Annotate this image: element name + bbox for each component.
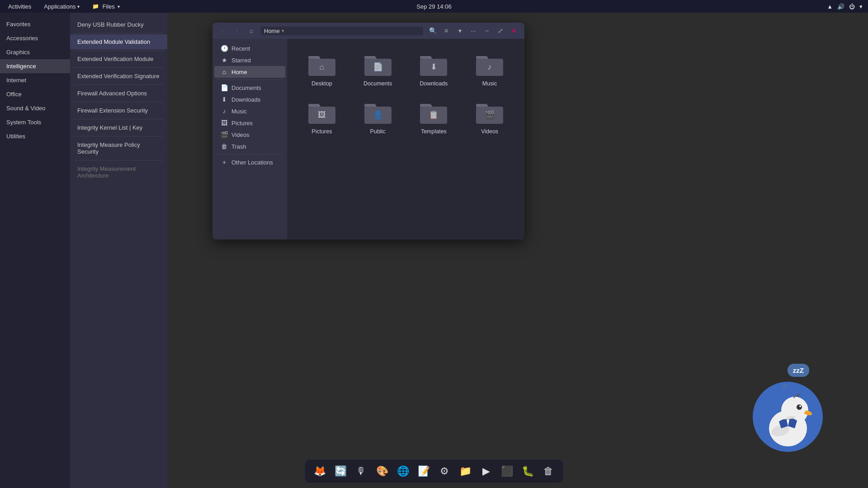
app-item-3[interactable]: Extended Verification Signature (70, 69, 167, 84)
category-item-utilities[interactable]: Utilities (0, 129, 70, 143)
fm-actions: 🔍 ≡ ▾ ··· − ⤢ ✕ (427, 25, 520, 37)
category-item-intelligence[interactable]: Intelligence (0, 59, 70, 73)
sidebar-icon-3: 📄 (221, 84, 228, 91)
breadcrumb: Home ▾ (260, 27, 423, 35)
taskbar-icon-notes[interactable]: 📝 (414, 462, 433, 481)
wifi-icon[interactable]: ▲ (827, 3, 833, 10)
svg-text:⌂: ⌂ (319, 62, 324, 71)
category-item-accessories[interactable]: Accessories (0, 31, 70, 45)
sidebar-item-pictures[interactable]: 🖼Pictures (214, 117, 285, 129)
search-button[interactable]: 🔍 (427, 25, 439, 37)
sidebar-item-recent[interactable]: 🕐Recent (214, 42, 285, 54)
svg-point-18 (797, 404, 802, 410)
close-button[interactable]: ✕ (508, 25, 520, 37)
sidebar-item-starred[interactable]: ★Starred (214, 54, 285, 66)
apps-divider-6 (74, 136, 164, 136)
fm-content: 🕐Recent★Starred⌂Home📄Documents⬇Downloads… (212, 39, 524, 239)
category-item-graphics[interactable]: Graphics (0, 45, 70, 59)
app-item-2[interactable]: Extended Verification Module (70, 52, 167, 66)
sidebar-item-home[interactable]: ⌂Home (214, 66, 285, 78)
apps-divider-7 (74, 160, 164, 160)
sidebar-label-9: Other Locations (231, 159, 273, 166)
more-options-button[interactable]: ··· (467, 25, 479, 37)
sidebar-icon-9: + (221, 159, 228, 166)
sidebar-icon-5: ♪ (221, 108, 228, 115)
folder-downloads[interactable]: ⬇Downloads (408, 48, 460, 91)
taskbar-icon-files[interactable]: 📁 (456, 462, 475, 481)
svg-text:📄: 📄 (373, 62, 383, 72)
app-item-4[interactable]: Firewall Advanced Options (70, 86, 167, 101)
folder-icon-templates: 📋 (419, 100, 448, 126)
sidebar-item-music[interactable]: ♪Music (214, 105, 285, 117)
view-list-button[interactable]: ≡ (440, 25, 452, 37)
taskbar-icon-terminal[interactable]: ⬛ (497, 462, 516, 481)
power-icon[interactable]: ⏻ (849, 3, 855, 10)
minimize-button[interactable]: − (481, 25, 493, 37)
files-chevron: ▾ (118, 4, 120, 9)
folder-music[interactable]: ♪Music (464, 48, 515, 91)
app-item-6[interactable]: Integrity Kernel List | Key (70, 120, 167, 135)
app-item-8[interactable]: Integrity Measurement Architecture (70, 161, 167, 183)
sidebar-icon-2: ⌂ (221, 68, 228, 75)
sidebar-item-other-locations[interactable]: +Other Locations (214, 156, 285, 168)
taskbar-icon-settings2[interactable]: ⚙ (435, 462, 454, 481)
folder-public[interactable]: 👤Public (352, 96, 404, 139)
apps-divider-1 (74, 50, 164, 51)
taskbar-icon-paint[interactable]: 🎨 (373, 462, 392, 481)
folder-documents[interactable]: 📄Documents (352, 48, 404, 91)
folder-icon-documents: 📄 (363, 52, 392, 78)
maximize-button[interactable]: ⤢ (495, 25, 506, 37)
sidebar-label-3: Documents (231, 84, 261, 91)
sidebar-item-trash[interactable]: 🗑Trash (214, 141, 285, 152)
view-options-button[interactable]: ▾ (454, 25, 466, 37)
app-item-0[interactable]: Deny USB Rubber Ducky (70, 17, 167, 32)
folder-templates[interactable]: 📋Templates (408, 96, 460, 139)
sidebar-label-8: Trash (231, 143, 246, 150)
category-item-internet[interactable]: Internet (0, 73, 70, 87)
chevron-down-icon[interactable]: ▾ (859, 3, 863, 10)
folder-pictures[interactable]: 🖼Pictures (296, 96, 348, 139)
category-item-system_tools[interactable]: System Tools (0, 115, 70, 129)
taskbar-icon-play[interactable]: ▶ (476, 462, 495, 481)
home-button[interactable]: ⌂ (246, 25, 257, 36)
category-item-sound_video[interactable]: Sound & Video (0, 101, 70, 115)
taskbar-icon-browser[interactable]: 🌐 (393, 462, 412, 481)
taskbar-icon-firefox[interactable]: 🦊 (310, 462, 329, 481)
svg-text:📋: 📋 (429, 110, 439, 120)
taskbar-icon-podcast[interactable]: 🎙 (352, 462, 371, 481)
folder-videos[interactable]: 🎬Videos (464, 96, 515, 139)
sidebar-icon-6: 🖼 (221, 119, 228, 127)
app-item-1[interactable]: Extended Module Validation (70, 34, 167, 49)
svg-point-19 (799, 405, 801, 407)
applications-chevron: ▾ (77, 4, 80, 9)
category-item-office[interactable]: Office (0, 87, 70, 101)
applications-menu[interactable]: Applications ▾ (41, 2, 82, 11)
category-item-favorites[interactable]: Favorites (0, 17, 70, 31)
apps-list: Deny USB Rubber DuckyExtended Module Val… (70, 13, 167, 488)
app-item-5[interactable]: Firewall Extension Security (70, 103, 167, 118)
taskbar-icon-bugs[interactable]: 🐛 (518, 462, 537, 481)
sidebar-label-4: Downloads (231, 96, 260, 103)
fm-sidebar: 🕐Recent★Starred⌂Home📄Documents⬇Downloads… (212, 39, 287, 239)
folder-icon-pictures: 🖼 (307, 100, 336, 126)
activities-button[interactable]: Activities (5, 2, 34, 11)
folder-desktop[interactable]: ⌂Desktop (296, 48, 348, 91)
back-button[interactable]: ‹ (217, 25, 228, 36)
apps-divider-5 (74, 119, 164, 119)
sidebar-item-documents[interactable]: 📄Documents (214, 82, 285, 94)
files-label: Files (102, 3, 114, 10)
svg-text:⬇: ⬇ (430, 62, 437, 71)
apps-divider-4 (74, 102, 164, 102)
file-manager-titlebar: ‹ › ⌂ Home ▾ 🔍 ≡ ▾ ··· − ⤢ ✕ (212, 23, 524, 39)
forward-button[interactable]: › (231, 25, 242, 36)
taskbar-icon-switch[interactable]: 🔄 (331, 462, 350, 481)
volume-icon[interactable]: 🔊 (837, 3, 844, 10)
folder-icon-desktop: ⌂ (307, 52, 336, 78)
sidebar-icon-7: 🎬 (221, 131, 228, 138)
sidebar-item-downloads[interactable]: ⬇Downloads (214, 94, 285, 105)
app-item-7[interactable]: Integrity Measure Policy Security (70, 137, 167, 159)
files-menu[interactable]: 📁 Files ▾ (90, 2, 122, 11)
taskbar-icon-trash[interactable]: 🗑 (539, 462, 558, 481)
sidebar-item-videos[interactable]: 🎬Videos (214, 129, 285, 141)
folder-name-documents: Documents (363, 80, 392, 87)
